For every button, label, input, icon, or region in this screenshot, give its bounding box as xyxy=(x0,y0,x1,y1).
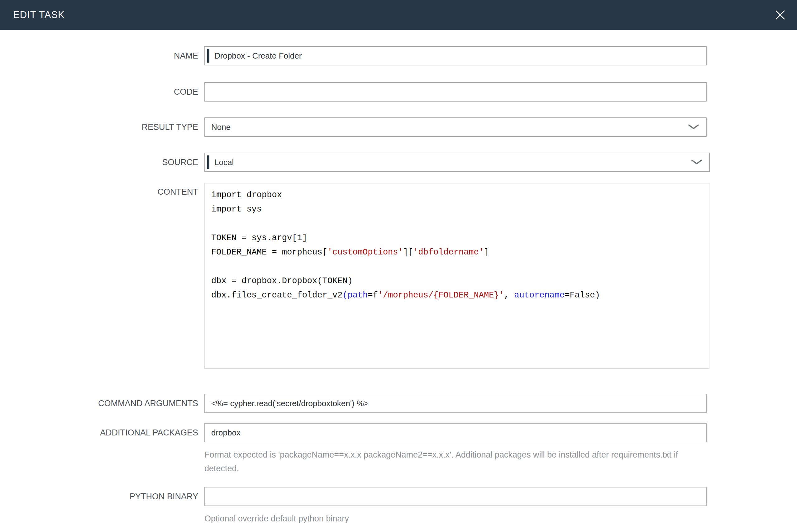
additional-packages-label: ADDITIONAL PACKAGES xyxy=(0,423,198,442)
python-binary-control: Optional override default python binary xyxy=(204,487,707,526)
source-label: SOURCE xyxy=(0,153,198,172)
edit-task-form: NAME CODE RESULT TYPE None xyxy=(0,30,797,526)
result-type-select[interactable]: None xyxy=(204,117,707,137)
chevron-down-icon xyxy=(688,122,699,132)
additional-packages-helper-text: Format expected is 'packageName==x.x.x p… xyxy=(204,448,705,475)
source-value: Local xyxy=(214,158,234,167)
python-binary-input[interactable] xyxy=(204,487,707,506)
content-row: CONTENT import dropboximport sys TOKEN =… xyxy=(0,183,797,369)
python-binary-row: PYTHON BINARY Optional override default … xyxy=(0,487,797,526)
edit-task-modal: EDIT TASK NAME CODE RESULT TYPE None xyxy=(0,0,797,526)
result-type-value: None xyxy=(211,122,231,132)
name-row: NAME xyxy=(0,46,797,65)
source-control: Local xyxy=(204,153,707,172)
additional-packages-input[interactable] xyxy=(204,423,707,442)
close-button[interactable] xyxy=(774,9,786,21)
command-arguments-control xyxy=(204,394,707,413)
code-input[interactable] xyxy=(204,82,707,101)
command-arguments-row: COMMAND ARGUMENTS xyxy=(0,394,797,413)
name-control xyxy=(204,46,707,65)
content-label: CONTENT xyxy=(0,183,198,197)
code-control xyxy=(204,82,707,101)
modal-title: EDIT TASK xyxy=(13,10,65,21)
name-label: NAME xyxy=(0,46,198,65)
close-icon xyxy=(775,10,785,20)
modal-header: EDIT TASK xyxy=(0,0,797,30)
result-type-control: None xyxy=(204,117,707,137)
chevron-down-icon xyxy=(691,158,702,167)
code-label: CODE xyxy=(0,82,198,101)
command-arguments-input[interactable] xyxy=(204,394,707,413)
name-input[interactable] xyxy=(204,46,707,65)
result-type-label: RESULT TYPE xyxy=(0,117,198,137)
python-binary-helper-text: Optional override default python binary xyxy=(204,512,705,526)
result-type-row: RESULT TYPE None xyxy=(0,117,797,137)
additional-packages-row: ADDITIONAL PACKAGES Format expected is '… xyxy=(0,423,797,475)
python-binary-label: PYTHON BINARY xyxy=(0,487,198,506)
content-control: import dropboximport sys TOKEN = sys.arg… xyxy=(204,183,707,369)
content-code-editor[interactable]: import dropboximport sys TOKEN = sys.arg… xyxy=(204,183,709,369)
command-arguments-label: COMMAND ARGUMENTS xyxy=(0,394,198,413)
source-select[interactable]: Local xyxy=(204,153,710,172)
code-row: CODE xyxy=(0,82,797,101)
additional-packages-control: Format expected is 'packageName==x.x.x p… xyxy=(204,423,707,475)
source-row: SOURCE Local xyxy=(0,153,797,172)
